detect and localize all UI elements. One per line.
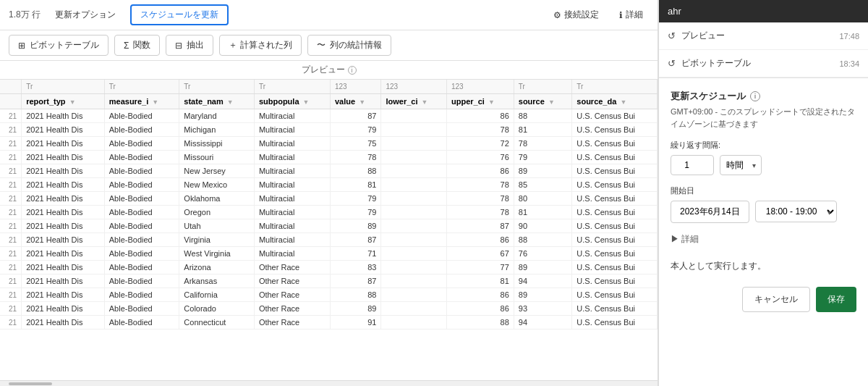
subpopulation-cell: Multiracial — [254, 137, 330, 151]
upper-ci-cell: 67 — [446, 247, 514, 261]
connection-settings-button[interactable]: ⚙ 接続設定 — [548, 6, 605, 24]
info-icon: ℹ — [619, 10, 623, 20]
row-number: 21 — [0, 233, 22, 247]
row-number: 21 — [0, 192, 22, 206]
subpopulation-cell: Multiracial — [254, 151, 330, 164]
sigma-icon: Σ — [124, 41, 129, 51]
preview-recent-item[interactable]: ↺ プレビュー 17:48 — [659, 22, 868, 50]
save-button[interactable]: 保存 — [816, 287, 856, 312]
extract-button[interactable]: ⊟ 抽出 — [166, 35, 213, 56]
table-wrapper[interactable]: Tr Tr Tr Tr 123 123 123 Tr Tr report_typ… — [0, 80, 658, 380]
date-time-row: 2023年6月14日 18:00 - 19:00 19:00 - 20:00 — [671, 201, 856, 223]
upper-ci-cell: 78 — [446, 123, 514, 137]
measure-cell: Able-Bodied — [104, 302, 179, 316]
pivot-item-time: 18:34 — [839, 59, 859, 68]
cancel-button[interactable]: キャンセル — [742, 287, 810, 312]
source-cell: 88 — [514, 233, 572, 247]
upper-ci-cell: 86 — [446, 233, 514, 247]
report-type-cell: 2021 Health Dis — [22, 302, 105, 316]
state-cell: Oregon — [179, 206, 255, 219]
lower-ci-cell — [381, 288, 447, 302]
measure-cell: Able-Bodied — [104, 233, 179, 247]
col-type-3: Tr — [179, 80, 255, 94]
time-range-select[interactable]: 18:00 - 19:00 19:00 - 20:00 — [755, 201, 837, 222]
interval-unit-select[interactable]: 時間 分 日 週 — [720, 155, 762, 175]
state-cell: Missouri — [179, 151, 255, 164]
value-cell: 88 — [330, 164, 381, 178]
toolbar: 1.8万 行 更新オプション スケジュールを更新 ⚙ 接続設定 ℹ 詳細 — [0, 0, 658, 30]
row-number: 21 — [0, 151, 22, 164]
table-row: 212021 Health DisAble-BodiedOklahomaMult… — [0, 192, 658, 206]
source-date-cell: U.S. Census Bui — [572, 219, 658, 233]
update-options-button[interactable]: 更新オプション — [49, 6, 122, 24]
pivot-table-button[interactable]: ⊞ ピボットテーブル — [9, 35, 109, 56]
interval-input[interactable] — [671, 155, 714, 175]
row-number: 21 — [0, 247, 22, 261]
schedule-update-button[interactable]: スケジュールを更新 — [130, 4, 229, 25]
value-cell: 81 — [330, 178, 381, 192]
source-cell: 89 — [514, 261, 572, 274]
time-wrapper: 18:00 - 19:00 19:00 - 20:00 — [755, 201, 837, 223]
col-header-state[interactable]: state_nam ▼ — [179, 94, 255, 109]
state-cell: Michigan — [179, 123, 255, 137]
details-expand[interactable]: ▶ 詳細 — [671, 233, 856, 246]
col-type-7: 123 — [446, 80, 514, 94]
col-header-lower-ci[interactable]: lower_ci ▼ — [381, 94, 447, 109]
function-button[interactable]: Σ 関数 — [114, 35, 160, 56]
pivot-recent-item[interactable]: ↺ ピボットテーブル 18:34 — [659, 50, 868, 77]
row-number: 21 — [0, 288, 22, 302]
col-header-rownum — [0, 94, 22, 109]
row-count: 1.8万 行 — [9, 9, 41, 21]
upper-ci-cell: 86 — [446, 288, 514, 302]
start-date-button[interactable]: 2023年6月14日 — [671, 201, 749, 223]
col-header-measure[interactable]: measure_i ▼ — [104, 94, 179, 109]
table-row: 212021 Health DisAble-BodiedMississippiM… — [0, 137, 658, 151]
add-column-button[interactable]: ＋ 計算された列 — [219, 35, 301, 56]
source-cell: 81 — [514, 206, 572, 219]
source-date-cell: U.S. Census Bui — [572, 178, 658, 192]
source-cell: 76 — [514, 247, 572, 261]
table-row: 212021 Health DisAble-BodiedNew JerseyMu… — [0, 164, 658, 178]
data-table: Tr Tr Tr Tr 123 123 123 Tr Tr report_typ… — [0, 80, 658, 330]
value-cell: 79 — [330, 192, 381, 206]
run-as-label: 本人として実行します。 — [671, 260, 856, 272]
table-row: 212021 Health DisAble-BodiedUtahMultirac… — [0, 219, 658, 233]
row-number: 21 — [0, 178, 22, 192]
bottom-scrollbar[interactable] — [0, 380, 658, 386]
source-date-cell: U.S. Census Bui — [572, 233, 658, 247]
measure-cell: Able-Bodied — [104, 192, 179, 206]
col-header-value[interactable]: value ▼ — [330, 94, 381, 109]
subpopulation-cell: Multiracial — [254, 192, 330, 206]
subpopulation-cell: Other Race — [254, 274, 330, 288]
lower-ci-cell — [381, 164, 447, 178]
value-cell: 79 — [330, 206, 381, 219]
lower-ci-cell — [381, 261, 447, 274]
col-header-subpop[interactable]: subpopula ▼ — [254, 94, 330, 109]
subpopulation-cell: Multiracial — [254, 123, 330, 137]
interval-label: 繰り返す間隔: — [671, 140, 856, 151]
table-row: 212021 Health DisAble-BodiedVirginiaMult… — [0, 233, 658, 247]
table-row: 212021 Health DisAble-BodiedCaliforniaOt… — [0, 288, 658, 302]
state-cell: Arizona — [179, 261, 255, 274]
measure-cell: Able-Bodied — [104, 123, 179, 137]
row-number: 21 — [0, 123, 22, 137]
measure-cell: Able-Bodied — [104, 178, 179, 192]
recent-items: ↺ プレビュー 17:48 ↺ ピボットテーブル 18:34 — [659, 22, 868, 78]
table-row: 212021 Health DisAble-BodiedColoradoOthe… — [0, 302, 658, 316]
measure-cell: Able-Bodied — [104, 151, 179, 164]
detail-button[interactable]: ℹ 詳細 — [613, 6, 649, 24]
value-cell: 71 — [330, 247, 381, 261]
measure-cell: Able-Bodied — [104, 164, 179, 178]
col-header-upper-ci[interactable]: upper_ci ▼ — [446, 94, 514, 109]
action-buttons: キャンセル 保存 — [671, 287, 856, 312]
col-header-source-da[interactable]: source_da ▼ — [572, 94, 658, 109]
table-row: 212021 Health DisAble-BodiedMissouriMult… — [0, 151, 658, 164]
state-cell: Maryland — [179, 109, 255, 123]
column-stats-button[interactable]: 〜 列の統計情報 — [307, 35, 391, 56]
col-header-source[interactable]: source ▼ — [514, 94, 572, 109]
schedule-info-icon[interactable]: i — [750, 91, 760, 101]
report-type-cell: 2021 Health Dis — [22, 288, 105, 302]
col-header-report-typ[interactable]: report_typ ▼ — [22, 94, 105, 109]
value-cell: 79 — [330, 123, 381, 137]
source-cell: 94 — [514, 316, 572, 330]
